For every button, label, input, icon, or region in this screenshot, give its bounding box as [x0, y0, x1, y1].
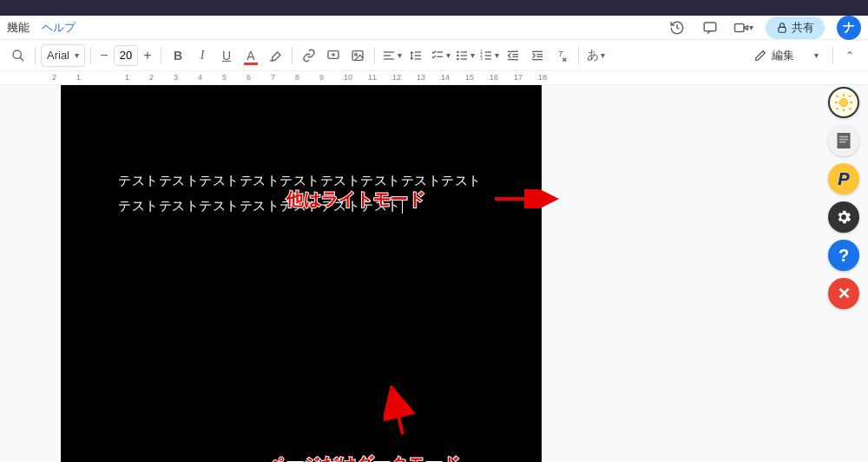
ruler-tick: 16	[490, 73, 498, 82]
ruler-tick: 5	[222, 73, 227, 82]
text-color-button[interactable]: A	[240, 44, 262, 67]
edit-mode-button[interactable]: 編集	[746, 44, 803, 67]
svg-text:3: 3	[480, 56, 483, 61]
input-mode-button[interactable]: あ ▾	[584, 44, 607, 67]
ruler-tick: 10	[344, 73, 352, 82]
svg-text:T: T	[558, 50, 564, 58]
svg-rect-57	[839, 136, 849, 138]
ruler-tick: 18	[538, 73, 547, 82]
svg-line-5	[20, 57, 23, 61]
font-size-plus[interactable]: +	[140, 45, 155, 66]
ruler-tick: 2	[52, 73, 56, 82]
indent-increase-button[interactable]	[526, 44, 549, 67]
svg-line-53	[849, 96, 851, 97]
help-icon[interactable]: ?	[828, 240, 859, 271]
ruler-tick: 1	[76, 73, 81, 82]
bullet-list-button[interactable]: ▾	[453, 44, 476, 67]
ruler-tick: 17	[514, 73, 523, 82]
ruler-tick: 4	[198, 73, 202, 82]
svg-line-54	[837, 108, 838, 109]
font-size-input[interactable]	[114, 45, 138, 66]
checklist-button[interactable]: ▾	[429, 44, 451, 67]
svg-point-10	[355, 53, 358, 56]
ruler-tick: 7	[271, 73, 275, 82]
font-size-minus[interactable]: −	[96, 45, 112, 66]
font-name: Arial	[47, 49, 69, 62]
ruler-tick: 3	[174, 73, 178, 82]
insert-image-button[interactable]	[346, 44, 369, 67]
close-icon[interactable]: ✕	[828, 278, 859, 309]
svg-rect-3	[779, 27, 786, 32]
svg-point-47	[839, 98, 847, 106]
line-spacing-button[interactable]	[404, 44, 427, 67]
clear-format-button[interactable]: T	[550, 44, 573, 67]
svg-line-55	[849, 108, 851, 109]
menu-help[interactable]: ヘルプ	[42, 20, 76, 36]
indent-decrease-button[interactable]	[502, 44, 524, 67]
search-icon[interactable]	[7, 44, 30, 67]
document-text[interactable]: テストテストテストテストテストテストテストテストテストテストテストテストテストテ…	[118, 168, 484, 218]
ruler-tick: 11	[368, 73, 377, 82]
svg-rect-58	[839, 139, 849, 141]
add-comment-button[interactable]	[322, 44, 345, 67]
italic-button[interactable]: I	[191, 44, 214, 67]
menu-functions[interactable]: 幾能	[7, 20, 30, 36]
svg-point-22	[457, 55, 457, 56]
numbered-list-button[interactable]: 123 ▾	[477, 44, 500, 67]
ruler-tick: 2	[149, 73, 154, 82]
ruler-tick: 13	[417, 73, 425, 82]
share-label: 共有	[792, 20, 814, 36]
edit-mode-dropdown[interactable]: ▾	[805, 44, 827, 67]
ruler: 21123456789101112131415161718	[0, 71, 868, 85]
document-page[interactable]: テストテストテストテストテストテストテストテストテストテストテストテストテストテ…	[61, 85, 542, 462]
svg-point-4	[13, 50, 21, 58]
comment-icon[interactable]	[700, 17, 720, 38]
highlight-button[interactable]	[264, 44, 286, 67]
ruler-tick: 8	[295, 73, 299, 82]
ruler-tick: 6	[247, 73, 251, 82]
underline-button[interactable]: U	[215, 44, 238, 67]
page-icon[interactable]	[828, 125, 859, 156]
ruler-tick: 14	[441, 73, 450, 82]
sun-icon[interactable]	[828, 87, 859, 118]
svg-point-20	[457, 51, 457, 52]
gear-icon[interactable]	[828, 201, 859, 233]
edit-mode-label: 編集	[772, 48, 794, 63]
svg-point-24	[457, 58, 457, 59]
svg-rect-56	[838, 133, 851, 148]
svg-line-52	[837, 96, 838, 97]
svg-rect-0	[704, 23, 716, 31]
ruler-tick: 15	[465, 73, 474, 82]
ruler-tick: 9	[319, 73, 324, 82]
link-button[interactable]	[298, 44, 320, 67]
ruler-tick: 1	[125, 73, 129, 82]
video-icon[interactable]: ▾	[733, 17, 753, 38]
history-icon[interactable]	[667, 17, 687, 38]
align-button[interactable]: ▾	[380, 44, 403, 67]
avatar[interactable]: ナ	[837, 16, 861, 40]
svg-rect-59	[839, 142, 846, 143]
font-selector[interactable]: Arial ▾	[41, 44, 85, 67]
collapse-toolbar-button[interactable]: ⌃	[838, 44, 861, 67]
ruler-tick: 12	[392, 73, 401, 82]
share-button[interactable]: 共有	[766, 16, 825, 39]
paypal-icon[interactable]: P	[828, 163, 859, 195]
bold-button[interactable]: B	[167, 44, 189, 67]
